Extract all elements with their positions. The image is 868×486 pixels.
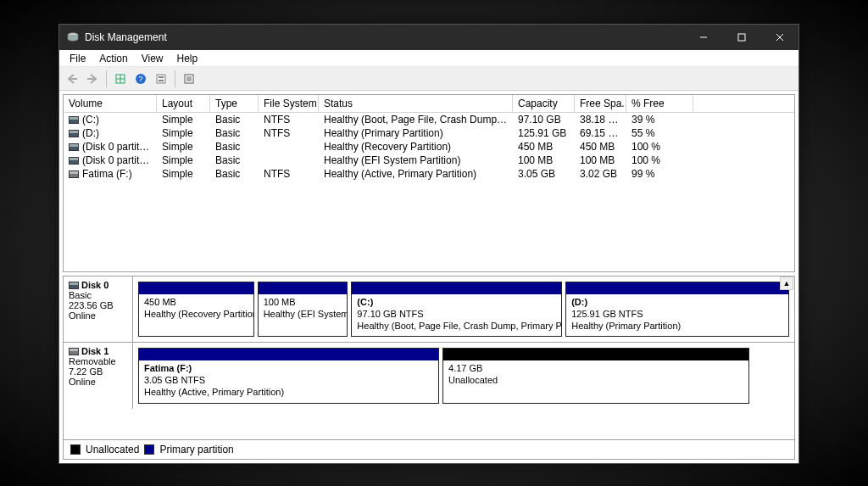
cell-fs: NTFS <box>259 126 319 140</box>
cell-capacity: 100 MB <box>513 154 575 167</box>
partition-holder: 450 MBHealthy (Recovery Partition)100 MB… <box>133 277 794 342</box>
volume-icon <box>69 116 79 124</box>
legend-swatch-unallocated <box>70 444 81 455</box>
cell-free: 69.15 GB <box>575 126 626 140</box>
partition-text: (D:)125.91 GB NTFSHealthy (Primary Parti… <box>566 294 788 334</box>
help-button[interactable]: ? <box>131 70 150 88</box>
disk-header[interactable]: Disk 1Removable7.22 GBOnline <box>64 343 133 409</box>
col-pctfree[interactable]: % Free <box>626 95 693 112</box>
forward-button[interactable] <box>83 70 102 88</box>
list-button[interactable] <box>180 70 198 88</box>
cell-layout: Simple <box>157 167 210 181</box>
menu-view[interactable]: View <box>135 51 170 66</box>
cell-layout: Simple <box>157 140 210 154</box>
partition-box[interactable]: Fatima (F:)3.05 GB NTFSHealthy (Active, … <box>138 348 439 404</box>
cell-type: Basic <box>210 113 259 126</box>
menubar: File Action View Help <box>59 50 798 67</box>
cell-volume: (C:) <box>64 113 157 126</box>
cell-status: Healthy (Boot, Page File, Crash Dump, Pr… <box>319 113 513 126</box>
cell-type: Basic <box>210 167 259 181</box>
col-freespace[interactable]: Free Spa... <box>575 95 626 112</box>
disk-header[interactable]: Disk 0Basic223.56 GBOnline <box>64 277 133 342</box>
disk-management-window: Disk Management File Action View Help <box>58 24 799 464</box>
disk-graphic-panel: ▲ Disk 0Basic223.56 GBOnline450 MBHealth… <box>63 276 795 460</box>
cell-pct: 39 % <box>626 113 693 126</box>
col-filesystem[interactable]: File System <box>259 95 319 112</box>
svg-text:?: ? <box>138 75 142 83</box>
disk-graphic-area[interactable]: Disk 0Basic223.56 GBOnline450 MBHealthy … <box>64 277 794 439</box>
col-type[interactable]: Type <box>210 95 259 112</box>
partition-text: 450 MBHealthy (Recovery Partition) <box>139 294 253 323</box>
volume-row[interactable]: (Disk 0 partition 2)SimpleBasicHealthy (… <box>64 154 794 167</box>
refresh-button[interactable] <box>111 70 130 88</box>
disk-icon <box>69 348 79 355</box>
volume-row[interactable]: (Disk 0 partition 1)SimpleBasicHealthy (… <box>64 140 794 154</box>
cell-volume: (D:) <box>64 126 157 140</box>
col-status[interactable]: Status <box>319 95 513 112</box>
cell-status: Healthy (Active, Primary Partition) <box>319 167 513 181</box>
cell-volume: (Disk 0 partition 2) <box>64 154 157 167</box>
cell-pct: 100 % <box>626 154 693 167</box>
volume-list-header: Volume Layout Type File System Status Ca… <box>64 95 794 113</box>
cell-status: Healthy (Recovery Partition) <box>319 140 513 154</box>
disk-icon <box>69 282 79 289</box>
partition-text: 4.17 GBUnallocated <box>443 360 748 389</box>
col-layout[interactable]: Layout <box>157 95 210 112</box>
cell-status: Healthy (EFI System Partition) <box>319 154 513 167</box>
partition-box[interactable]: 100 MBHealthy (EFI System Partition) <box>258 282 348 337</box>
scroll-up-icon[interactable]: ▲ <box>780 277 793 290</box>
partition-box[interactable]: 450 MBHealthy (Recovery Partition) <box>138 282 254 337</box>
volume-list-panel: Volume Layout Type File System Status Ca… <box>63 94 795 272</box>
svg-rect-13 <box>159 76 164 78</box>
stripe-unallocated <box>443 349 748 360</box>
cell-type: Basic <box>210 140 259 154</box>
back-button[interactable] <box>63 70 81 88</box>
stripe-primary <box>566 282 788 294</box>
close-button[interactable] <box>760 25 798 50</box>
partition-box[interactable]: (D:)125.91 GB NTFSHealthy (Primary Parti… <box>565 282 789 337</box>
cell-capacity: 450 MB <box>513 140 575 154</box>
partition-box[interactable]: 4.17 GBUnallocated <box>442 348 749 404</box>
maximize-button[interactable] <box>722 25 760 50</box>
menu-action[interactable]: Action <box>92 51 134 66</box>
cell-volume: Fatima (F:) <box>64 167 157 181</box>
app-icon <box>66 31 80 44</box>
volume-icon <box>69 157 79 165</box>
volume-list-body[interactable]: (C:)SimpleBasicNTFSHealthy (Boot, Page F… <box>64 113 794 271</box>
cell-type: Basic <box>210 126 259 140</box>
volume-icon <box>69 130 79 137</box>
stripe-primary <box>352 282 561 294</box>
toolbar: ? <box>59 67 798 91</box>
svg-rect-2 <box>738 34 745 41</box>
client-area: Volume Layout Type File System Status Ca… <box>59 91 798 463</box>
legend: Unallocated Primary partition <box>64 439 794 459</box>
cell-volume: (Disk 0 partition 1) <box>64 140 157 154</box>
partition-text: (C:)97.10 GB NTFSHealthy (Boot, Page Fil… <box>352 294 561 334</box>
menu-file[interactable]: File <box>63 51 92 66</box>
cell-free: 3.02 GB <box>575 167 626 181</box>
window-title: Disk Management <box>85 31 684 43</box>
partition-text: Fatima (F:)3.05 GB NTFSHealthy (Active, … <box>139 360 438 400</box>
cell-fs <box>259 154 319 167</box>
cell-type: Basic <box>210 154 259 167</box>
partition-text: 100 MBHealthy (EFI System Partition) <box>259 294 348 323</box>
cell-fs: NTFS <box>259 113 319 126</box>
volume-row[interactable]: (C:)SimpleBasicNTFSHealthy (Boot, Page F… <box>64 113 794 126</box>
cell-pct: 55 % <box>626 126 693 140</box>
disk-row: Disk 1Removable7.22 GBOnlineFatima (F:)3… <box>64 343 794 409</box>
volume-row[interactable]: Fatima (F:)SimpleBasicNTFSHealthy (Activ… <box>64 167 794 181</box>
minimize-button[interactable] <box>684 25 722 50</box>
col-capacity[interactable]: Capacity <box>513 95 575 112</box>
col-volume[interactable]: Volume <box>64 95 157 112</box>
settings-button[interactable] <box>152 70 170 88</box>
cell-free: 450 MB <box>575 140 626 154</box>
cell-capacity: 125.91 GB <box>513 126 575 140</box>
partition-box[interactable]: (C:)97.10 GB NTFSHealthy (Boot, Page Fil… <box>351 282 562 337</box>
stripe-primary <box>139 282 253 294</box>
titlebar[interactable]: Disk Management <box>59 25 798 50</box>
menu-help[interactable]: Help <box>170 51 205 66</box>
cell-free: 38.18 GB <box>575 113 626 126</box>
svg-rect-12 <box>157 75 165 83</box>
cell-fs <box>259 140 319 154</box>
volume-row[interactable]: (D:)SimpleBasicNTFSHealthy (Primary Part… <box>64 126 794 140</box>
